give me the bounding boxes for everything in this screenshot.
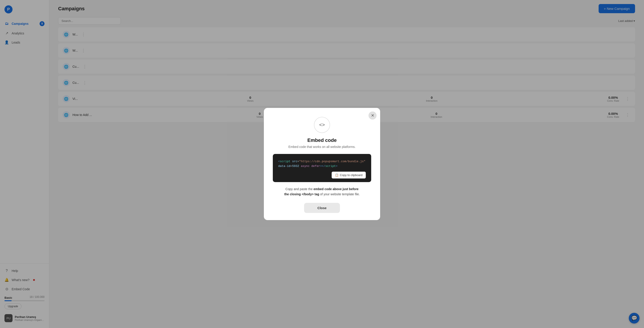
modal-close-button[interactable]: ✕ [368, 111, 376, 120]
modal-instructions: Copy and paste the embed code above just… [284, 187, 360, 197]
copy-to-clipboard-button[interactable]: 📋 Copy to clipboard [332, 172, 366, 179]
modal-close-bottom-button[interactable]: Close [304, 203, 340, 213]
modal-subtitle: Embed code that works on all website pla… [288, 145, 356, 149]
embed-code-modal: ✕ <> Embed code Embed code that works on… [264, 108, 380, 220]
modal-overlay: ✕ <> Embed code Embed code that works on… [0, 0, 644, 328]
code-block: <script src="https://cdn.popupsmart.com/… [273, 154, 371, 182]
clipboard-icon: 📋 [335, 173, 338, 177]
modal-title: Embed code [308, 137, 337, 143]
embed-code-text: <script src="https://cdn.popupsmart.com/… [278, 159, 366, 169]
code-icon: <> [314, 117, 330, 133]
